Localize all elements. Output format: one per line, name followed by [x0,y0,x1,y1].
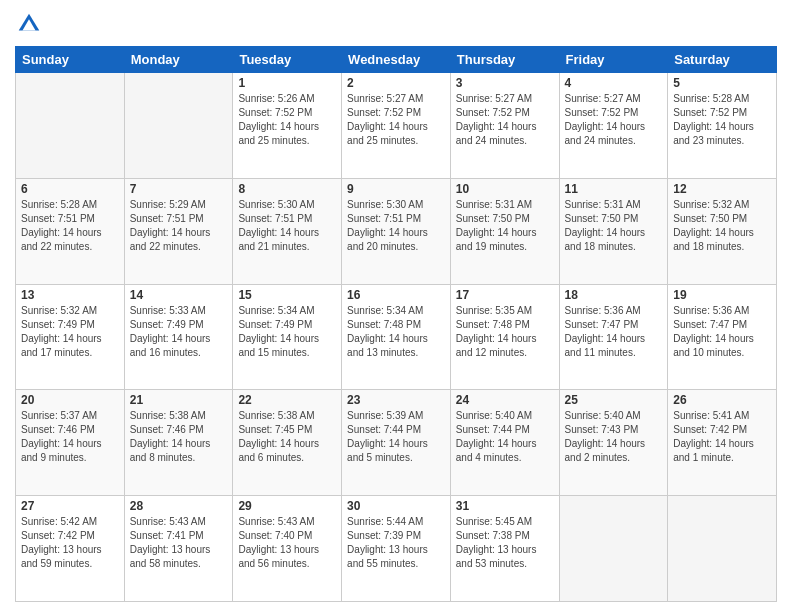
calendar-day-cell: 24Sunrise: 5:40 AMSunset: 7:44 PMDayligh… [450,390,559,496]
day-info: Sunrise: 5:33 AMSunset: 7:49 PMDaylight:… [130,304,228,360]
day-info: Sunrise: 5:27 AMSunset: 7:52 PMDaylight:… [347,92,445,148]
calendar: SundayMondayTuesdayWednesdayThursdayFrid… [15,46,777,602]
header [15,10,777,38]
calendar-day-cell: 15Sunrise: 5:34 AMSunset: 7:49 PMDayligh… [233,284,342,390]
day-number: 24 [456,393,554,407]
day-info: Sunrise: 5:42 AMSunset: 7:42 PMDaylight:… [21,515,119,571]
day-info: Sunrise: 5:36 AMSunset: 7:47 PMDaylight:… [565,304,663,360]
day-info: Sunrise: 5:27 AMSunset: 7:52 PMDaylight:… [565,92,663,148]
day-number: 16 [347,288,445,302]
day-number: 17 [456,288,554,302]
calendar-week-row: 27Sunrise: 5:42 AMSunset: 7:42 PMDayligh… [16,496,777,602]
calendar-day-cell: 19Sunrise: 5:36 AMSunset: 7:47 PMDayligh… [668,284,777,390]
day-number: 5 [673,76,771,90]
calendar-day-cell: 29Sunrise: 5:43 AMSunset: 7:40 PMDayligh… [233,496,342,602]
calendar-day-cell: 14Sunrise: 5:33 AMSunset: 7:49 PMDayligh… [124,284,233,390]
weekday-header: Saturday [668,47,777,73]
calendar-day-cell [16,73,125,179]
day-number: 25 [565,393,663,407]
day-number: 10 [456,182,554,196]
calendar-day-cell: 10Sunrise: 5:31 AMSunset: 7:50 PMDayligh… [450,178,559,284]
weekday-header: Sunday [16,47,125,73]
calendar-day-cell: 22Sunrise: 5:38 AMSunset: 7:45 PMDayligh… [233,390,342,496]
day-number: 27 [21,499,119,513]
day-info: Sunrise: 5:26 AMSunset: 7:52 PMDaylight:… [238,92,336,148]
day-info: Sunrise: 5:31 AMSunset: 7:50 PMDaylight:… [456,198,554,254]
weekday-header: Tuesday [233,47,342,73]
day-number: 8 [238,182,336,196]
day-info: Sunrise: 5:35 AMSunset: 7:48 PMDaylight:… [456,304,554,360]
day-info: Sunrise: 5:27 AMSunset: 7:52 PMDaylight:… [456,92,554,148]
day-info: Sunrise: 5:28 AMSunset: 7:52 PMDaylight:… [673,92,771,148]
calendar-day-cell: 23Sunrise: 5:39 AMSunset: 7:44 PMDayligh… [342,390,451,496]
day-number: 2 [347,76,445,90]
day-info: Sunrise: 5:45 AMSunset: 7:38 PMDaylight:… [456,515,554,571]
calendar-day-cell: 16Sunrise: 5:34 AMSunset: 7:48 PMDayligh… [342,284,451,390]
calendar-day-cell: 3Sunrise: 5:27 AMSunset: 7:52 PMDaylight… [450,73,559,179]
day-info: Sunrise: 5:43 AMSunset: 7:41 PMDaylight:… [130,515,228,571]
day-number: 7 [130,182,228,196]
day-number: 13 [21,288,119,302]
day-number: 14 [130,288,228,302]
calendar-day-cell: 5Sunrise: 5:28 AMSunset: 7:52 PMDaylight… [668,73,777,179]
calendar-day-cell: 27Sunrise: 5:42 AMSunset: 7:42 PMDayligh… [16,496,125,602]
calendar-day-cell: 20Sunrise: 5:37 AMSunset: 7:46 PMDayligh… [16,390,125,496]
day-info: Sunrise: 5:39 AMSunset: 7:44 PMDaylight:… [347,409,445,465]
calendar-week-row: 13Sunrise: 5:32 AMSunset: 7:49 PMDayligh… [16,284,777,390]
day-number: 12 [673,182,771,196]
day-number: 11 [565,182,663,196]
logo-icon [15,10,43,38]
day-number: 22 [238,393,336,407]
calendar-day-cell: 7Sunrise: 5:29 AMSunset: 7:51 PMDaylight… [124,178,233,284]
calendar-day-cell: 6Sunrise: 5:28 AMSunset: 7:51 PMDaylight… [16,178,125,284]
day-info: Sunrise: 5:38 AMSunset: 7:46 PMDaylight:… [130,409,228,465]
calendar-week-row: 6Sunrise: 5:28 AMSunset: 7:51 PMDaylight… [16,178,777,284]
calendar-day-cell: 8Sunrise: 5:30 AMSunset: 7:51 PMDaylight… [233,178,342,284]
calendar-day-cell: 17Sunrise: 5:35 AMSunset: 7:48 PMDayligh… [450,284,559,390]
day-number: 26 [673,393,771,407]
day-number: 31 [456,499,554,513]
calendar-day-cell: 25Sunrise: 5:40 AMSunset: 7:43 PMDayligh… [559,390,668,496]
calendar-day-cell: 9Sunrise: 5:30 AMSunset: 7:51 PMDaylight… [342,178,451,284]
calendar-day-cell: 4Sunrise: 5:27 AMSunset: 7:52 PMDaylight… [559,73,668,179]
weekday-header: Thursday [450,47,559,73]
day-number: 29 [238,499,336,513]
day-info: Sunrise: 5:38 AMSunset: 7:45 PMDaylight:… [238,409,336,465]
day-info: Sunrise: 5:40 AMSunset: 7:43 PMDaylight:… [565,409,663,465]
calendar-day-cell [559,496,668,602]
day-number: 18 [565,288,663,302]
page: SundayMondayTuesdayWednesdayThursdayFrid… [0,0,792,612]
day-number: 4 [565,76,663,90]
day-number: 21 [130,393,228,407]
calendar-day-cell [124,73,233,179]
calendar-day-cell: 26Sunrise: 5:41 AMSunset: 7:42 PMDayligh… [668,390,777,496]
day-info: Sunrise: 5:37 AMSunset: 7:46 PMDaylight:… [21,409,119,465]
calendar-day-cell: 18Sunrise: 5:36 AMSunset: 7:47 PMDayligh… [559,284,668,390]
weekday-header: Monday [124,47,233,73]
calendar-week-row: 1Sunrise: 5:26 AMSunset: 7:52 PMDaylight… [16,73,777,179]
day-info: Sunrise: 5:41 AMSunset: 7:42 PMDaylight:… [673,409,771,465]
calendar-day-cell: 13Sunrise: 5:32 AMSunset: 7:49 PMDayligh… [16,284,125,390]
day-info: Sunrise: 5:40 AMSunset: 7:44 PMDaylight:… [456,409,554,465]
calendar-day-cell: 28Sunrise: 5:43 AMSunset: 7:41 PMDayligh… [124,496,233,602]
day-number: 20 [21,393,119,407]
day-number: 19 [673,288,771,302]
day-number: 3 [456,76,554,90]
day-info: Sunrise: 5:34 AMSunset: 7:48 PMDaylight:… [347,304,445,360]
day-info: Sunrise: 5:30 AMSunset: 7:51 PMDaylight:… [347,198,445,254]
day-number: 23 [347,393,445,407]
day-info: Sunrise: 5:32 AMSunset: 7:49 PMDaylight:… [21,304,119,360]
calendar-day-cell: 31Sunrise: 5:45 AMSunset: 7:38 PMDayligh… [450,496,559,602]
calendar-day-cell: 1Sunrise: 5:26 AMSunset: 7:52 PMDaylight… [233,73,342,179]
calendar-week-row: 20Sunrise: 5:37 AMSunset: 7:46 PMDayligh… [16,390,777,496]
calendar-day-cell: 21Sunrise: 5:38 AMSunset: 7:46 PMDayligh… [124,390,233,496]
calendar-header-row: SundayMondayTuesdayWednesdayThursdayFrid… [16,47,777,73]
day-info: Sunrise: 5:32 AMSunset: 7:50 PMDaylight:… [673,198,771,254]
day-info: Sunrise: 5:28 AMSunset: 7:51 PMDaylight:… [21,198,119,254]
calendar-day-cell: 2Sunrise: 5:27 AMSunset: 7:52 PMDaylight… [342,73,451,179]
day-info: Sunrise: 5:31 AMSunset: 7:50 PMDaylight:… [565,198,663,254]
logo [15,10,47,38]
day-number: 28 [130,499,228,513]
calendar-day-cell: 12Sunrise: 5:32 AMSunset: 7:50 PMDayligh… [668,178,777,284]
day-number: 30 [347,499,445,513]
